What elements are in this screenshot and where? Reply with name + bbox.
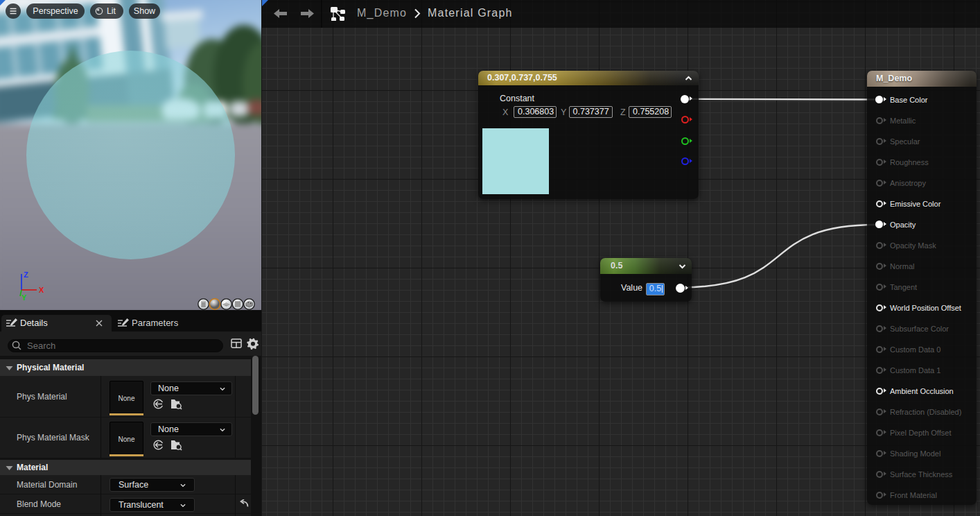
svg-text:X: X bbox=[39, 286, 44, 294]
svg-text:Y: Y bbox=[21, 293, 27, 302]
svg-text:Z: Z bbox=[24, 270, 28, 279]
